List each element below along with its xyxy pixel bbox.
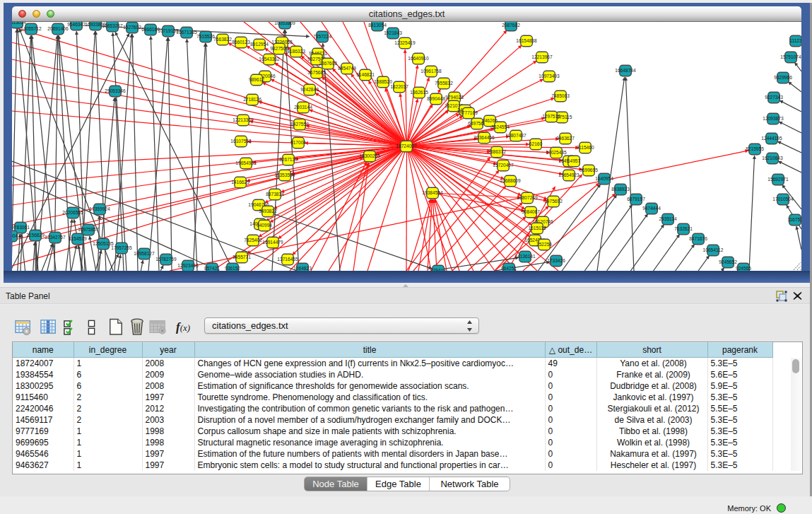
- svg-text:8427552: 8427552: [290, 122, 309, 127]
- svg-text:864251: 864251: [501, 266, 517, 271]
- svg-text:9827509: 9827509: [270, 46, 288, 51]
- svg-text:1640954: 1640954: [595, 176, 613, 181]
- svg-text:16107553: 16107553: [230, 139, 252, 144]
- svg-text:2935114: 2935114: [659, 216, 677, 221]
- svg-text:9783061: 9783061: [12, 225, 30, 230]
- svg-text:9245652: 9245652: [719, 259, 737, 264]
- svg-text:1733426: 1733426: [547, 258, 565, 263]
- svg-text:12325419: 12325419: [394, 40, 416, 45]
- svg-text:9794028: 9794028: [445, 95, 464, 100]
- svg-text:19384554: 19384554: [422, 190, 443, 195]
- svg-text:15720407: 15720407: [493, 163, 514, 168]
- svg-text:7825402: 7825402: [244, 238, 262, 243]
- svg-text:9455771: 9455771: [233, 255, 251, 259]
- svg-text:116753: 116753: [787, 217, 801, 222]
- svg-text:936152: 936152: [225, 266, 240, 271]
- svg-text:1297515: 1297515: [542, 114, 560, 119]
- svg-text:9084067: 9084067: [522, 209, 540, 214]
- svg-text:9474444: 9474444: [642, 206, 661, 211]
- svg-text:10973493: 10973493: [539, 74, 560, 78]
- svg-text:1362615: 1362615: [410, 90, 428, 95]
- svg-text:16640910: 16640910: [408, 56, 429, 61]
- svg-text:3493822: 3493822: [259, 209, 277, 214]
- svg-text:8471676: 8471676: [689, 236, 707, 241]
- svg-text:1975692: 1975692: [544, 199, 563, 204]
- svg-text:12342757: 12342757: [45, 235, 66, 240]
- svg-text:8267130: 8267130: [279, 157, 298, 162]
- svg-text:17359924: 17359924: [89, 206, 110, 211]
- svg-text:1527602: 1527602: [123, 25, 141, 30]
- svg-text:8873834: 8873834: [266, 192, 284, 197]
- svg-text:7515526: 7515526: [196, 34, 215, 39]
- svg-text:1921843: 1921843: [384, 30, 402, 35]
- svg-text:6879197: 6879197: [627, 197, 645, 201]
- svg-text:7663822: 7663822: [213, 37, 232, 42]
- svg-text:2087682: 2087682: [502, 23, 520, 28]
- svg-text:9699695: 9699695: [579, 168, 598, 173]
- svg-text:9146821: 9146821: [356, 72, 375, 77]
- svg-text:7357224: 7357224: [313, 34, 331, 39]
- svg-text:20364456: 20364456: [473, 135, 495, 140]
- svg-text:857421: 857421: [204, 266, 220, 271]
- svg-text:18724007: 18724007: [396, 144, 417, 148]
- svg-text:12444195: 12444195: [761, 136, 782, 141]
- svg-text:9777169: 9777169: [459, 110, 478, 115]
- svg-text:1615112: 1615112: [528, 226, 546, 230]
- svg-text:2718126: 2718126: [243, 97, 261, 102]
- svg-text:62160: 62160: [529, 141, 543, 146]
- svg-text:10958127: 10958127: [134, 251, 155, 256]
- svg-text:8660123: 8660123: [232, 40, 250, 45]
- svg-text:9242843: 9242843: [300, 87, 319, 92]
- svg-text:8938923: 8938923: [611, 187, 630, 192]
- svg-text:1154519: 1154519: [69, 236, 87, 241]
- svg-text:12213967: 12213967: [531, 54, 553, 59]
- svg-text:9546342: 9546342: [67, 22, 86, 27]
- svg-text:8313054: 8313054: [12, 22, 26, 25]
- svg-text:7886372: 7886372: [488, 149, 506, 154]
- svg-text:10025435: 10025435: [546, 150, 567, 155]
- svg-text:1064823: 1064823: [293, 266, 312, 271]
- svg-text:10053809: 10053809: [274, 22, 295, 25]
- svg-text:16154838: 16154838: [516, 38, 537, 43]
- svg-text:10654112: 10654112: [703, 247, 724, 252]
- svg-text:19654933: 19654933: [235, 160, 257, 165]
- svg-text:11353594: 11353594: [275, 173, 295, 177]
- svg-text:11123: 11123: [789, 38, 801, 43]
- svg-text:6466160: 6466160: [141, 27, 160, 32]
- svg-text:9227343: 9227343: [765, 95, 783, 100]
- svg-text:29053346: 29053346: [105, 88, 126, 93]
- svg-text:18807249: 18807249: [517, 195, 538, 200]
- svg-text:16671385: 16671385: [176, 30, 197, 35]
- svg-text:8990448: 8990448: [427, 96, 445, 101]
- svg-text:940994: 940994: [257, 223, 272, 228]
- svg-text:8454749: 8454749: [338, 66, 356, 71]
- svg-text:15751074: 15751074: [780, 54, 801, 59]
- svg-text:7955812: 7955812: [435, 81, 453, 86]
- svg-text:10975857: 10975857: [78, 227, 99, 232]
- svg-text:16210643: 16210643: [762, 156, 783, 160]
- svg-text:8186323: 8186323: [287, 49, 305, 54]
- svg-text:16914479: 16914479: [262, 240, 283, 245]
- svg-text:1416629: 1416629: [231, 180, 249, 185]
- svg-text:10688609: 10688609: [500, 178, 521, 183]
- svg-text:18300295: 18300295: [359, 153, 380, 158]
- svg-text:2803144: 2803144: [294, 105, 312, 110]
- svg-text:10653267: 10653267: [102, 23, 123, 28]
- svg-text:17010504: 17010504: [772, 197, 794, 201]
- svg-text:779413: 779413: [430, 268, 446, 271]
- svg-text:7485063: 7485063: [551, 93, 570, 98]
- svg-text:14055712: 14055712: [20, 26, 42, 31]
- svg-text:924565: 924565: [736, 266, 751, 271]
- svg-text:20206555: 20206555: [62, 210, 83, 215]
- svg-text:13716455: 13716455: [277, 257, 298, 262]
- svg-text:8215955: 8215955: [746, 146, 764, 151]
- svg-text:9329966: 9329966: [774, 75, 792, 80]
- svg-text:12213369: 12213369: [233, 117, 254, 122]
- svg-text:14136141: 14136141: [514, 254, 536, 259]
- svg-text:3915041: 3915041: [12, 233, 20, 238]
- svg-text:8813054: 8813054: [368, 23, 387, 28]
- svg-text:16782759: 16782759: [155, 257, 177, 262]
- svg-text:989612: 989612: [249, 77, 264, 82]
- svg-text:12923446: 12923446: [177, 263, 199, 268]
- svg-text:16648784: 16648784: [615, 68, 636, 73]
